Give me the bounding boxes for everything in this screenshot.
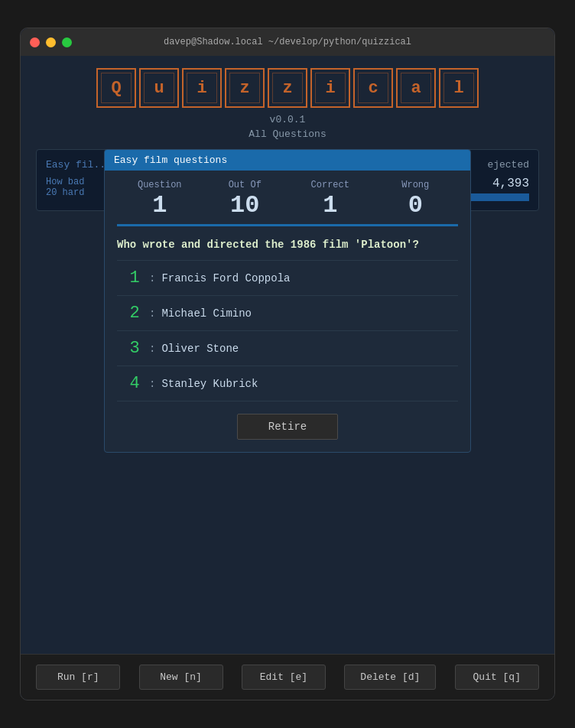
logo-char-l: l: [439, 68, 479, 108]
quit-button[interactable]: Quit [q]: [455, 665, 539, 690]
stat-correct-value: 1: [288, 193, 373, 218]
stat-wrong-label: Wrong: [373, 180, 459, 190]
logo-area: Q u i z z i c a l: [96, 68, 479, 108]
stat-wrong: Wrong 0: [373, 180, 459, 218]
stat-outof: Out Of 10: [203, 180, 288, 218]
stat-outof-label: Out Of: [203, 180, 288, 190]
modal-stats: Question 1 Out Of 10 Correct 1 Wrong: [105, 171, 470, 218]
logo-char-i1: i: [182, 68, 222, 108]
run-button[interactable]: Run [r]: [36, 665, 120, 690]
retire-button[interactable]: Retire: [237, 414, 338, 440]
stat-wrong-value: 0: [373, 193, 459, 218]
window-title: davep@Shadow.local ~/develop/python/quiz…: [164, 37, 411, 47]
modal-overlay: Easy film questions Question 1 Out Of 10…: [21, 141, 554, 654]
app-window: davep@Shadow.local ~/develop/python/quiz…: [20, 28, 555, 700]
all-questions-label: All Questions: [249, 128, 326, 140]
stat-question-value: 1: [117, 193, 203, 218]
minimize-button[interactable]: [46, 37, 56, 47]
answer-text-4: Stanley Kubrick: [161, 378, 258, 390]
answer-colon-2: :: [149, 307, 155, 320]
answer-item-1[interactable]: 1 : Francis Ford Coppola: [117, 260, 458, 295]
answer-num-4: 4: [123, 374, 146, 393]
retire-area: Retire: [105, 401, 470, 452]
delete-button[interactable]: Delete [d]: [344, 665, 436, 690]
stat-outof-value: 10: [203, 193, 288, 218]
answer-colon-3: :: [149, 343, 155, 355]
main-content: Q u i z z i c a l v0.0.1 All Questions E…: [21, 56, 554, 654]
quiz-modal: Easy film questions Question 1 Out Of 10…: [104, 149, 471, 453]
answer-text-3: Oliver Stone: [161, 343, 239, 355]
question-text: Who wrote and directed the 1986 film 'Pl…: [105, 226, 470, 260]
answer-colon-4: :: [149, 378, 155, 390]
answer-num-1: 1: [123, 268, 146, 288]
traffic-lights: [30, 37, 72, 47]
logo-char-q: Q: [96, 68, 136, 108]
answer-text-1: Francis Ford Coppola: [161, 272, 290, 284]
answer-num-3: 3: [123, 339, 146, 358]
answer-item-4[interactable]: 4 : Stanley Kubrick: [117, 366, 458, 401]
edit-button[interactable]: Edit [e]: [242, 665, 326, 690]
answer-item-3[interactable]: 3 : Oliver Stone: [117, 330, 458, 366]
new-button[interactable]: New [n]: [139, 665, 223, 690]
logo-char-c: c: [353, 68, 393, 108]
stat-correct: Correct 1: [288, 180, 373, 218]
logo-char-u: u: [139, 68, 179, 108]
stat-question: Question 1: [117, 180, 203, 218]
logo-char-z1: z: [225, 68, 265, 108]
answer-text-2: Michael Cimino: [161, 307, 252, 320]
stat-question-label: Question: [117, 180, 203, 190]
modal-header: Easy film questions: [105, 150, 470, 171]
maximize-button[interactable]: [62, 37, 72, 47]
logo-char-a: a: [396, 68, 436, 108]
logo-char-i2: i: [310, 68, 350, 108]
close-button[interactable]: [30, 37, 40, 47]
bg-content: Easy fil... ejected How bad 20 hard 4,39…: [21, 149, 554, 654]
answer-list[interactable]: 1 : Francis Ford Coppola 2 : Michael Cim…: [105, 260, 470, 401]
version-label: v0.0.1: [270, 114, 306, 125]
titlebar: davep@Shadow.local ~/develop/python/quiz…: [21, 28, 554, 56]
answer-item-2[interactable]: 2 : Michael Cimino: [117, 295, 458, 330]
answer-colon-1: :: [149, 272, 155, 284]
answer-num-2: 2: [123, 304, 146, 323]
stat-correct-label: Correct: [288, 180, 373, 190]
logo-char-z2: z: [268, 68, 307, 108]
toolbar: Run [r] New [n] Edit [e] Delete [d] Quit…: [21, 654, 554, 700]
